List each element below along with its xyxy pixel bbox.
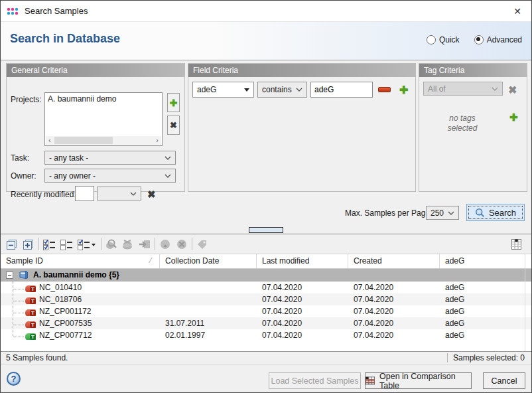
tag-criteria-header: Tag Criteria: [419, 64, 527, 77]
table-row[interactable]: TNZ_CP001172 07.04.2020 07.04.2020 adeG: [1, 305, 531, 317]
add-tag-icon[interactable]: ✚: [509, 112, 518, 123]
cell-created: 07.04.2020: [348, 307, 440, 316]
field-select-value: adeG: [197, 85, 216, 94]
basket-icon-disabled[interactable]: [121, 237, 135, 252]
plus-icon: ✚: [170, 98, 178, 108]
sample-status-icon: T: [25, 285, 36, 292]
collapse-all-icon[interactable]: [5, 237, 19, 252]
task-dropdown[interactable]: - any task -: [44, 151, 176, 165]
field-value-input[interactable]: [310, 82, 373, 98]
cell-last-modified: 07.04.2020: [257, 295, 348, 304]
table-row[interactable]: TNZ_CP007535 31.07.2011 07.04.2020 07.04…: [1, 317, 531, 329]
recently-modified-unit-dropdown[interactable]: [97, 187, 141, 200]
splitter-handle[interactable]: [249, 227, 283, 233]
cell-adeG: adeG: [440, 319, 525, 328]
scroll-right-icon[interactable]: ›: [153, 136, 161, 145]
field-select-dropdown[interactable]: adeG: [192, 82, 254, 98]
tags-icon-disabled[interactable]: [195, 237, 210, 252]
remove-icon-disabled[interactable]: [174, 237, 189, 252]
cancel-button[interactable]: Cancel: [483, 372, 525, 389]
radio-advanced-label: Advanced: [487, 35, 522, 44]
results-toolbar: [1, 234, 531, 254]
reload-icon-disabled[interactable]: [158, 237, 172, 252]
cell-last-modified: 07.04.2020: [257, 307, 348, 316]
open-comparison-table-button[interactable]: Open in Comparison Table: [365, 372, 472, 389]
cell-created: 07.04.2020: [348, 319, 440, 328]
remove-project-button[interactable]: ✖: [167, 116, 180, 135]
recently-modified-input[interactable]: [75, 186, 94, 201]
table-row[interactable]: TNC_018706 07.04.2020 07.04.2020 adeG: [1, 293, 531, 305]
footer-bar: ? Load Selected Samples Open in Comparis…: [1, 365, 531, 392]
title-bar: Search Samples ✕: [1, 1, 531, 22]
tag-match-dropdown[interactable]: All of: [423, 82, 503, 96]
comparison-table-icon: [366, 376, 375, 385]
import-icon-disabled[interactable]: [137, 237, 152, 252]
column-header-last-modified[interactable]: Last modified: [257, 254, 348, 268]
chevron-down-icon: [296, 88, 302, 92]
radio-advanced-dot[interactable]: [474, 35, 484, 44]
cell-last-modified: 07.04.2020: [257, 283, 348, 292]
operator-value: contains: [262, 85, 292, 94]
projects-listbox[interactable]: A. baumannii demo ‹ ›: [44, 92, 163, 146]
add-project-button[interactable]: ✚: [167, 93, 180, 112]
field-criteria-header: Field Criteria: [188, 64, 415, 77]
cell-sample-id: NZ_CP001172: [39, 307, 92, 316]
cell-adeG: adeG: [440, 331, 525, 340]
remove-criterion-icon[interactable]: [378, 87, 391, 92]
project-item[interactable]: A. baumannii demo: [45, 93, 162, 105]
radio-quick-dot[interactable]: [427, 35, 436, 44]
general-criteria-body: Projects: A. baumannii demo ‹ › ✚ ✖ Task…: [7, 77, 184, 191]
scroll-thumb[interactable]: [54, 137, 113, 144]
max-samples-dropdown[interactable]: 250: [426, 206, 459, 220]
no-tags-text: no tags selected: [419, 114, 505, 133]
help-icon[interactable]: ?: [7, 372, 21, 386]
column-header-collection-date[interactable]: Collection Date: [160, 254, 257, 268]
clear-recently-modified-icon[interactable]: ✖: [147, 189, 156, 200]
cell-sample-id: NC_010410: [39, 283, 82, 292]
samples-selected-value: 0: [520, 353, 525, 362]
uncheck-all-icon[interactable]: [59, 237, 74, 252]
expand-all-icon[interactable]: [21, 237, 36, 252]
cell-created: 07.04.2020: [348, 331, 440, 340]
operator-dropdown[interactable]: contains: [257, 82, 307, 98]
search-mode-group: Quick Advanced: [427, 35, 522, 44]
cell-sample-id: NZ_CP007712: [39, 331, 92, 340]
search-button[interactable]: Search: [466, 204, 525, 221]
radio-advanced[interactable]: Advanced: [474, 35, 522, 44]
cell-adeG: adeG: [440, 283, 525, 292]
check-all-icon[interactable]: [42, 237, 56, 252]
projects-hscrollbar[interactable]: ‹ ›: [46, 136, 161, 145]
column-header-adeG[interactable]: adeG: [440, 254, 525, 268]
table-row[interactable]: TNZ_CP007712 02.01.1997 07.04.2020 07.04…: [1, 329, 531, 341]
close-icon[interactable]: ✕: [511, 5, 523, 17]
column-header-created[interactable]: Created: [348, 254, 440, 268]
clear-tags-icon[interactable]: ✖: [508, 84, 517, 96]
radio-quick[interactable]: Quick: [427, 35, 460, 44]
cell-last-modified: 07.04.2020: [257, 331, 348, 340]
cell-created: 07.04.2020: [348, 283, 440, 292]
recently-modified-label: Recently modified:: [11, 190, 76, 199]
remove-icon: ✖: [170, 120, 177, 130]
page-title: Search in Database: [10, 32, 120, 46]
samples-found-text: 5 Samples found.: [1, 353, 447, 362]
check-menu-icon[interactable]: [76, 237, 98, 252]
column-config-icon[interactable]: [509, 237, 523, 252]
owner-dropdown[interactable]: - any owner -: [44, 169, 176, 183]
add-criterion-icon[interactable]: ✚: [399, 84, 408, 96]
collapse-expander-icon[interactable]: [6, 272, 13, 279]
load-selected-samples-button[interactable]: Load Selected Samples: [269, 372, 361, 389]
chevron-down-icon: [492, 87, 498, 91]
owner-label: Owner:: [11, 171, 36, 181]
group-row[interactable]: A. baumannii demo {5}: [1, 269, 531, 281]
tag-criteria-panel: Tag Criteria All of ✖ no tags selected ✚: [419, 63, 527, 192]
tag-criteria-body: All of ✖ no tags selected ✚: [419, 77, 527, 191]
scroll-left-icon[interactable]: ‹: [46, 136, 54, 145]
find-samples-icon-disabled[interactable]: [104, 237, 119, 252]
sort-indicator-icon: ⁄: [150, 256, 151, 264]
table-row[interactable]: TNC_010410 07.04.2020 07.04.2020 adeG: [1, 281, 531, 293]
column-header-sample-id[interactable]: Sample ID⁄: [1, 254, 160, 268]
results-table: Sample ID⁄ Collection Date Last modified…: [1, 254, 531, 351]
cell-created: 07.04.2020: [348, 295, 440, 304]
chevron-down-icon: [448, 211, 454, 215]
chevron-down-icon: [165, 156, 171, 160]
